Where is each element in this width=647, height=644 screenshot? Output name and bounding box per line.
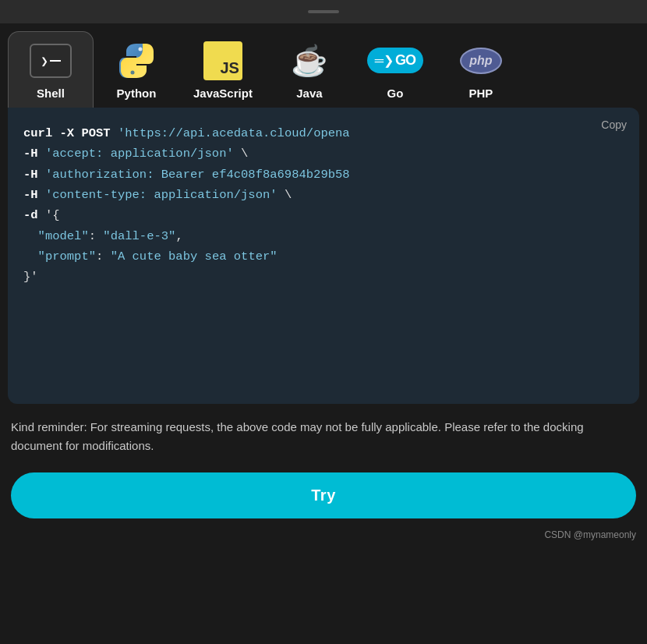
try-button-container: Try	[0, 463, 647, 526]
php-text-icon: php	[469, 54, 492, 68]
go-arrow-icon: ═❯	[375, 53, 394, 68]
java-tab-label: Java	[296, 87, 322, 100]
tab-java[interactable]: ☕ Java	[267, 31, 352, 108]
js-tab-label: JavaScript	[193, 87, 253, 100]
tab-shell[interactable]: ❯ Shell	[8, 31, 94, 108]
drag-handle	[308, 10, 339, 13]
tabs-container: ❯ Shell	[0, 23, 647, 108]
js-tab-icon: JS	[202, 40, 244, 82]
php-tab-icon: php	[460, 40, 502, 82]
reminder-text: Kind reminder: For streaming requests, t…	[0, 404, 647, 463]
tab-javascript[interactable]: JS JavaScript	[179, 31, 267, 108]
tab-python[interactable]: Python	[94, 31, 179, 108]
tab-php[interactable]: php PHP	[438, 31, 524, 108]
code-block: curl -X POST 'https://api.acedata.cloud/…	[23, 123, 624, 288]
go-text-icon: GO	[395, 52, 415, 69]
watermark: CSDN @mynameonly	[0, 526, 647, 543]
shell-icon-inner: ❯	[41, 54, 61, 69]
python-tab-label: Python	[117, 87, 157, 100]
go-icon-box: ═❯ GO	[367, 48, 423, 73]
php-tab-label: PHP	[468, 87, 493, 100]
chevron-icon: ❯	[41, 54, 48, 69]
js-icon-box: JS	[203, 41, 242, 80]
go-tab-icon: ═❯ GO	[374, 40, 416, 82]
shell-tab-icon: ❯	[30, 40, 72, 82]
copy-button[interactable]: Copy	[601, 119, 627, 131]
python-tab-icon	[115, 40, 157, 82]
code-container: Copy curl -X POST 'https://api.acedata.c…	[8, 108, 639, 404]
shell-icon-box: ❯	[30, 44, 72, 78]
shell-line-icon	[50, 60, 61, 62]
go-tab-label: Go	[387, 87, 403, 100]
js-text-icon: JS	[220, 59, 239, 77]
tab-go[interactable]: ═❯ GO Go	[352, 31, 438, 108]
svg-point-1	[131, 70, 135, 74]
java-tab-icon: ☕	[288, 40, 331, 82]
top-bar	[0, 0, 647, 23]
python-icon	[116, 41, 157, 81]
try-button[interactable]: Try	[11, 472, 636, 518]
coffee-icon: ☕	[291, 44, 327, 78]
php-icon-box: php	[460, 48, 502, 74]
svg-point-0	[139, 47, 143, 51]
shell-tab-label: Shell	[37, 87, 65, 100]
